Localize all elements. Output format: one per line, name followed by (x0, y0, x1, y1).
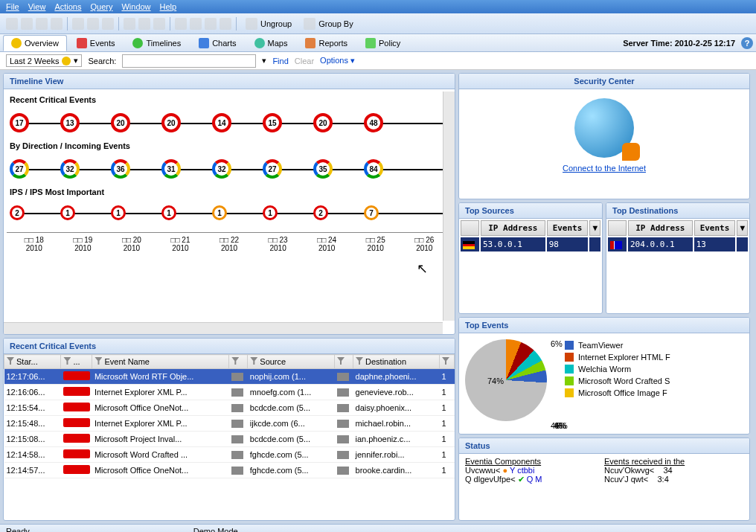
ok-icon: ✔ (518, 475, 525, 484)
tab-timelines[interactable]: Timelines (124, 35, 189, 51)
help-icon[interactable]: ? (741, 37, 753, 49)
search-input[interactable] (122, 54, 256, 68)
table-row[interactable]: 12:15:48...Internet Explorer XML P...ijk… (4, 416, 455, 432)
charts-icon (199, 38, 209, 48)
table-row[interactable]: 12:16:06...Internet Explorer XML P...mno… (4, 385, 455, 400)
column-header[interactable] (440, 355, 455, 369)
server-time: Server Time: 2010-2-25 12:17 (623, 39, 741, 48)
timeline-node[interactable]: 48 (364, 113, 383, 132)
globe-icon[interactable] (205, 18, 217, 30)
table-row[interactable]: 12:14:57...Microsoft Office OneNot...fgh… (4, 463, 455, 478)
clear-button[interactable]: Clear (295, 57, 314, 65)
table-row[interactable]: 12:15:08...Microsoft Project Inval...bcd… (4, 432, 455, 447)
up-icon[interactable] (51, 18, 63, 30)
groupby-button[interactable]: Group By (299, 16, 357, 31)
refresh-icon[interactable] (175, 18, 187, 30)
ungroup-button[interactable]: Ungroup (241, 16, 296, 31)
mouse-cursor-icon: ↖ (417, 260, 428, 277)
menu-file[interactable]: File (6, 2, 19, 11)
menu-window[interactable]: Window (121, 2, 150, 11)
timeline-node[interactable]: 84 (364, 159, 383, 179)
column-header[interactable]: Star... (4, 355, 61, 369)
timeline-node[interactable]: 17 (10, 113, 29, 132)
pie-icon[interactable] (138, 18, 150, 30)
timeline-node[interactable]: 1 (263, 205, 278, 220)
recent-events-title: Recent Critical Events (4, 339, 455, 354)
table-row[interactable]: 12:14:58...Microsoft Word Crafted ...fgh… (4, 447, 455, 463)
timeline-node[interactable]: 32 (212, 159, 231, 179)
maps-icon (254, 38, 265, 48)
table-row[interactable]: 12:17:06...Microsoft Word RTF Obje...nop… (4, 369, 455, 385)
timeline-node[interactable]: 7 (364, 205, 379, 220)
column-header[interactable]: ... (61, 355, 92, 369)
timeline-node[interactable]: 20 (313, 113, 333, 132)
timeline-node[interactable]: 20 (161, 113, 181, 132)
tab-maps[interactable]: Maps (246, 35, 296, 51)
timeline-node[interactable]: 14 (212, 113, 231, 132)
copy-icon[interactable] (72, 18, 84, 30)
column-header[interactable]: Source (248, 355, 335, 369)
events-table: Star......Event NameSourceDestination 12… (4, 354, 455, 478)
stop-icon[interactable] (153, 18, 165, 30)
column-header[interactable]: Event Name (92, 355, 229, 369)
timeline-node[interactable]: 32 (60, 159, 80, 179)
back-icon[interactable] (21, 18, 33, 30)
timeline-node[interactable]: 27 (10, 159, 29, 179)
tab-overview[interactable]: Overview (3, 35, 67, 51)
menu-query[interactable]: Query (90, 2, 112, 11)
tab-reports[interactable]: Reports (297, 35, 356, 51)
menu-view[interactable]: View (28, 2, 46, 11)
find-button[interactable]: Find (272, 57, 288, 65)
timeline-node[interactable]: 13 (60, 113, 80, 132)
timeline-node[interactable]: 2 (10, 205, 25, 220)
paste-icon[interactable] (87, 18, 99, 30)
reload-icon[interactable] (190, 18, 202, 30)
menu-actions[interactable]: Actions (54, 2, 81, 11)
tab-charts[interactable]: Charts (190, 35, 244, 51)
menubar: File View Actions Query Window Help (0, 0, 756, 13)
scrollbar-vertical[interactable] (443, 92, 455, 321)
policy-icon (365, 38, 376, 48)
component-link[interactable]: Y ctbbi (510, 466, 534, 475)
timeline-node[interactable]: 20 (111, 113, 130, 132)
pie-chart (465, 339, 547, 421)
axis-label: □□ 202010 (107, 236, 156, 252)
axis-label: □□ 262010 (400, 236, 449, 252)
table-row[interactable]: 12:15:54...Microsoft Office OneNot...bcd… (4, 400, 455, 416)
component-link[interactable]: Q M (527, 475, 542, 484)
options-dropdown[interactable]: Options ▾ (320, 56, 355, 65)
filterbar: Last 2 Weeks ▾ Search: ▾ Find Clear Opti… (0, 52, 756, 70)
print-icon[interactable] (102, 18, 114, 30)
search-dropdown-icon[interactable]: ▾ (262, 56, 266, 65)
column-header[interactable]: Destination (353, 355, 440, 369)
timeline-node[interactable]: 31 (161, 159, 181, 179)
tab-policy[interactable]: Policy (357, 35, 409, 51)
status-ready: Ready (6, 527, 30, 532)
new-icon[interactable] (6, 18, 18, 30)
column-header[interactable] (335, 355, 353, 369)
chart-icon[interactable] (124, 18, 135, 30)
table-row[interactable]: 204.0.0.113 (608, 237, 748, 251)
events-icon (77, 38, 87, 48)
connect-internet-link[interactable]: Connect to the Internet (459, 164, 749, 173)
axis-label: □□ 242010 (302, 236, 351, 252)
timeline-node[interactable]: 36 (111, 159, 130, 179)
security-center-title: Security Center (459, 74, 749, 89)
save-icon[interactable] (220, 18, 231, 30)
timeline-node[interactable]: 15 (263, 113, 282, 132)
column-header[interactable] (229, 355, 248, 369)
forward-icon[interactable] (36, 18, 48, 30)
top-destinations-title: Top Destinations (606, 203, 749, 219)
table-row[interactable]: 53.0.0.198 (461, 237, 600, 251)
timeline-node[interactable]: 1 (212, 205, 227, 220)
timeline-node[interactable]: 27 (263, 159, 282, 179)
time-range-dropdown[interactable]: Last 2 Weeks ▾ (6, 54, 82, 67)
timeline-node[interactable]: 1 (60, 205, 75, 220)
timeline-node[interactable]: 1 (161, 205, 176, 220)
timeline-node[interactable]: 2 (313, 205, 328, 220)
timeline-node[interactable]: 1 (111, 205, 126, 220)
timeline-node[interactable]: 35 (313, 159, 333, 179)
tab-events[interactable]: Events (68, 35, 124, 51)
scrollbar-horizontal[interactable] (4, 322, 443, 334)
menu-help[interactable]: Help (160, 2, 177, 11)
